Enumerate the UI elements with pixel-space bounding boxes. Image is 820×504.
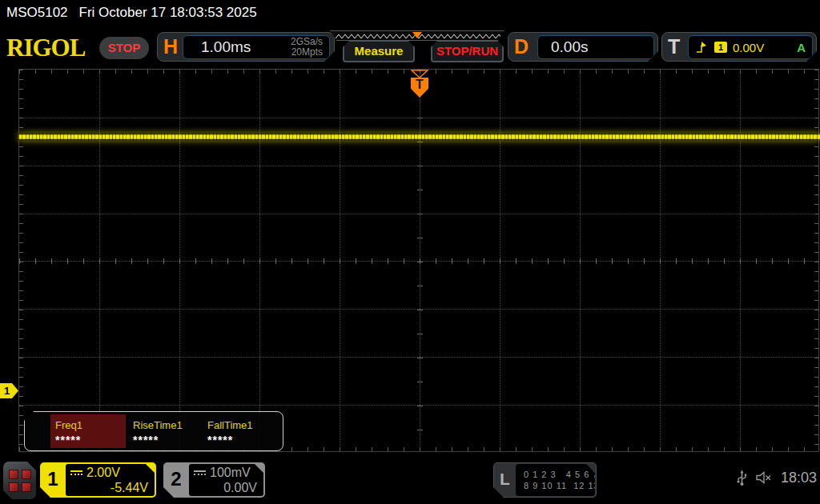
horizontal-timebase-box[interactable]: H 1.00ms 2GSa/s 20Mpts [157,32,335,62]
measurement-value: ***** [133,434,203,446]
measurement-label: RiseTime1 [133,419,203,431]
measurement-risetime1[interactable]: RiseTime1 ***** [128,414,203,448]
measurement-label: Freq1 [55,419,126,431]
delay-label: D [514,35,529,58]
acquisition-status-badge: STOP [99,37,149,59]
trigger-values: 1 0.00V A [688,35,813,59]
delay-box[interactable]: D 0.00s [508,32,658,62]
dc-coupling-icon [70,470,82,475]
trigger-box[interactable]: T 1 0.00V A [661,32,817,62]
rising-edge-trigger-icon [695,41,709,54]
main-menu-button[interactable] [3,462,36,499]
channel2-offset: 0.00V [194,481,257,495]
measurement-value: ***** [207,434,278,446]
channel1-trace [18,133,820,141]
measurement-value: ***** [55,434,126,446]
datetime-text: Fri October 17 18:03:53 2025 [79,5,257,20]
oscilloscope-screen: MSO5102Fri October 17 18:03:53 2025 RIGO… [0,0,820,504]
title-bar: MSO5102Fri October 17 18:03:53 2025 [6,5,257,21]
logic-row-2: 8 9 10 11 12 13 14 15 [524,480,595,491]
channel2-number: 2 [163,462,189,498]
trigger-marker[interactable]: T [411,78,428,98]
trigger-label: T [668,35,680,58]
channel1-offset: -5.44V [70,481,148,495]
channel2-block[interactable]: 2 100mV 0.00V [163,462,265,498]
channel1-scale: 2.00V [86,466,120,480]
dc-coupling-icon [194,470,206,475]
waveform-preview-strip[interactable] [330,30,504,41]
logic-label: L [500,470,510,489]
horizontal-label: H [163,35,178,58]
logic-row-1: 0 1 2 3 4 5 6 7 [524,469,595,480]
preview-trigger-position-icon [412,32,422,38]
channel1-values: 2.00V -5.44V [66,464,155,496]
delay-values: 0.00s [537,35,654,59]
channel1-offset-marker[interactable]: 1 [0,383,18,398]
sample-rate-memdepth: 2GSa/s 20Mpts [291,37,329,58]
axis-ticks-center-horizontal [19,258,818,264]
model-name: MSO5102 [6,5,68,20]
memory-depth: 20Mpts [291,46,323,58]
trigger-level-value: 0.00V [733,41,791,54]
logic-channel-list: 0 1 2 3 4 5 6 7 8 9 10 11 12 13 14 15 [516,464,595,496]
speaker-muted-icon [755,470,773,485]
trigger-position-triangle-icon [411,70,428,78]
clock-text: 18:03 [781,470,817,486]
channel2-values: 100mV 0.00V [189,464,263,496]
measure-button[interactable]: Measure [343,40,415,62]
channel2-scale: 100mV [210,466,251,480]
channel1-block[interactable]: 1 2.00V -5.44V [40,462,156,498]
graticule: T [18,69,819,452]
trigger-sweep-mode: A [797,41,806,54]
stop-run-button[interactable]: STOP/RUN [431,40,504,62]
usb-icon [737,469,747,486]
measurement-freq1[interactable]: Freq1 ***** [50,414,126,448]
logic-channels-block[interactable]: L 0 1 2 3 4 5 6 7 8 9 10 11 12 13 14 15 [493,462,597,498]
horizontal-values: 1.00ms 2GSa/s 20Mpts [183,35,330,59]
delay-value: 0.00s [538,38,588,56]
timebase-value: 1.00ms [183,38,291,56]
sample-rate: 2GSa/s [291,36,323,47]
rigol-logo: RIGOL [6,34,85,62]
trigger-source-badge: 1 [714,42,727,53]
channel1-number: 1 [40,462,66,498]
measurement-panel: Freq1 ***** RiseTime1 ***** FallTime1 **… [24,411,283,451]
measurement-label: FallTime1 [207,419,278,431]
measurement-falltime1[interactable]: FallTime1 ***** [203,414,278,448]
menu-grid-icon [9,470,31,492]
